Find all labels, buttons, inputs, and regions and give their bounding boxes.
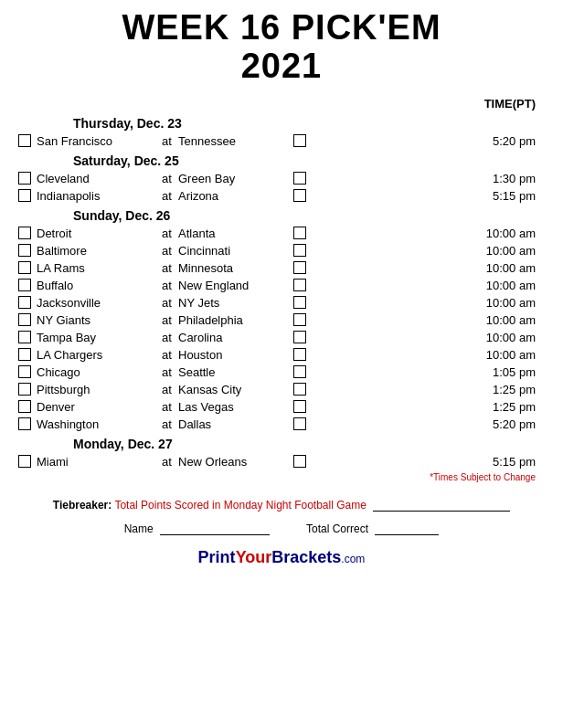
checkbox-left[interactable] xyxy=(18,189,31,202)
game-time: 10:00 am xyxy=(306,244,545,258)
at-label: at xyxy=(155,417,178,431)
at-label: at xyxy=(155,134,178,148)
game-time: 5:20 pm xyxy=(306,417,545,431)
section-day-header: Sunday, Dec. 26 xyxy=(18,205,545,225)
checkbox-right[interactable] xyxy=(293,417,306,430)
team-home: Pittsburgh xyxy=(37,383,155,396)
checkbox-right[interactable] xyxy=(293,455,306,468)
game-row: Detroit at Atlanta 10:00 am xyxy=(18,225,545,242)
tiebreaker-section: Tiebreaker: Total Points Scored in Monda… xyxy=(18,499,545,512)
name-label: Name xyxy=(124,522,154,535)
game-row: Jacksonville at NY Jets 10:00 am xyxy=(18,294,545,311)
team-away: Carolina xyxy=(178,331,288,344)
at-label: at xyxy=(155,261,178,275)
team-home: LA Chargers xyxy=(37,348,155,362)
game-time: 1:25 pm xyxy=(306,400,545,414)
name-total-row: Name Total Correct xyxy=(18,522,545,535)
game-row: Buffalo at New England 10:00 am xyxy=(18,277,545,294)
team-away: New Orleans xyxy=(178,455,288,469)
checkbox-right[interactable] xyxy=(293,348,306,361)
footer-brand: PrintYourBrackets.com xyxy=(18,548,545,567)
game-row: Chicago at Seattle 1:05 pm xyxy=(18,364,545,381)
tiebreaker-label: Tiebreaker: xyxy=(53,499,112,512)
team-home: Tampa Bay xyxy=(37,331,155,344)
checkbox-left[interactable] xyxy=(18,279,31,291)
team-away: Green Bay xyxy=(178,172,288,185)
game-time: 10:00 am xyxy=(306,313,545,327)
section-day-header: Thursday, Dec. 23 xyxy=(18,112,545,132)
team-home: Denver xyxy=(37,400,155,414)
checkbox-right[interactable] xyxy=(293,134,306,147)
checkbox-right[interactable] xyxy=(293,383,306,396)
team-home: Chicago xyxy=(37,365,155,379)
total-label: Total Correct xyxy=(306,522,368,535)
team-away: Kansas City xyxy=(178,383,288,396)
checkbox-left[interactable] xyxy=(18,400,31,413)
at-label: at xyxy=(155,455,178,469)
team-away: New England xyxy=(178,279,288,292)
time-header: TIME(PT) xyxy=(484,97,536,111)
game-row: LA Chargers at Houston 10:00 am xyxy=(18,346,545,364)
section-day-header: Saturday, Dec. 25 xyxy=(18,150,545,170)
page-title: WEEK 16 PICK'EM 2021 xyxy=(18,9,545,86)
at-label: at xyxy=(155,296,178,310)
game-row: Tampa Bay at Carolina 10:00 am xyxy=(18,329,545,346)
at-label: at xyxy=(155,244,178,258)
game-time: 10:00 am xyxy=(306,261,545,275)
team-home: Washington xyxy=(37,417,155,431)
checkbox-left[interactable] xyxy=(18,227,31,239)
checkbox-right[interactable] xyxy=(293,400,306,413)
checkbox-left[interactable] xyxy=(18,313,31,326)
checkbox-right[interactable] xyxy=(293,313,306,326)
checkbox-left[interactable] xyxy=(18,296,31,309)
game-row: Indianapolis at Arizona 5:15 pm xyxy=(18,187,545,205)
checkbox-right[interactable] xyxy=(293,365,306,378)
checkbox-right[interactable] xyxy=(293,296,306,309)
game-row: Baltimore at Cincinnati 10:00 am xyxy=(18,242,545,259)
checkbox-left[interactable] xyxy=(18,417,31,430)
game-time: 5:15 pm xyxy=(306,189,545,203)
at-label: at xyxy=(155,172,178,185)
team-home: Miami xyxy=(37,455,155,469)
at-label: at xyxy=(155,400,178,414)
checkbox-right[interactable] xyxy=(293,279,306,291)
checkbox-right[interactable] xyxy=(293,172,306,185)
game-time: 10:00 am xyxy=(306,227,545,240)
team-home: Detroit xyxy=(37,227,155,240)
checkbox-left[interactable] xyxy=(18,383,31,396)
game-row: Miami at New Orleans 5:15 pm xyxy=(18,453,545,470)
checkbox-left[interactable] xyxy=(18,365,31,378)
checkbox-right[interactable] xyxy=(293,189,306,202)
at-label: at xyxy=(155,365,178,379)
team-away: Tennessee xyxy=(178,134,288,148)
game-time: 10:00 am xyxy=(306,279,545,292)
checkbox-right[interactable] xyxy=(293,331,306,343)
name-field[interactable] xyxy=(160,534,270,535)
team-home: Buffalo xyxy=(37,279,155,292)
checkbox-right[interactable] xyxy=(293,227,306,239)
checkbox-left[interactable] xyxy=(18,455,31,468)
at-label: at xyxy=(155,313,178,327)
team-away: Seattle xyxy=(178,365,288,379)
team-home: Baltimore xyxy=(37,244,155,258)
checkbox-right[interactable] xyxy=(293,261,306,274)
game-time: 1:05 pm xyxy=(306,365,545,379)
checkbox-left[interactable] xyxy=(18,244,31,257)
at-label: at xyxy=(155,348,178,362)
checkbox-left[interactable] xyxy=(18,134,31,147)
game-row: Washington at Dallas 5:20 pm xyxy=(18,416,545,433)
total-field[interactable] xyxy=(375,534,439,535)
checkbox-left[interactable] xyxy=(18,331,31,343)
team-home: Cleveland xyxy=(37,172,155,185)
game-row: Cleveland at Green Bay 1:30 pm xyxy=(18,170,545,187)
tiebreaker-text: Total Points Scored in Monday Night Foot… xyxy=(114,499,366,512)
checkbox-left[interactable] xyxy=(18,172,31,185)
at-label: at xyxy=(155,227,178,240)
team-away: NY Jets xyxy=(178,296,288,310)
team-away: Dallas xyxy=(178,417,288,431)
team-away: Houston xyxy=(178,348,288,362)
at-label: at xyxy=(155,279,178,292)
checkbox-right[interactable] xyxy=(293,244,306,257)
checkbox-left[interactable] xyxy=(18,348,31,361)
checkbox-left[interactable] xyxy=(18,261,31,274)
